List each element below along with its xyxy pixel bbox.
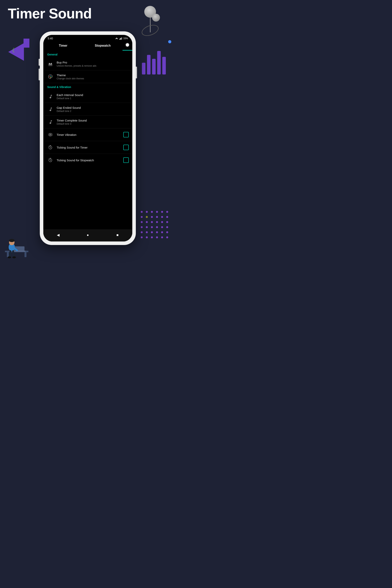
bottom-navigation: ◀ ● ■ xyxy=(43,229,132,242)
svg-point-9 xyxy=(12,256,16,258)
gear-icon xyxy=(125,43,130,47)
timer-clock-icon-1 xyxy=(47,144,54,151)
ticking-sound-timer-text: Ticking Sound for Timer xyxy=(57,146,123,149)
sound-bars-decoration xyxy=(142,51,166,74)
note-icon-1 xyxy=(47,93,54,100)
gap-ended-sound-item[interactable]: Gap Ended Sound Default tone 2 xyxy=(43,103,132,116)
svg-line-28 xyxy=(49,146,49,146)
tab-stopwatch[interactable]: Stopwatch xyxy=(83,44,122,50)
each-interval-sound-text: Each Interval Sound Default tone 1 xyxy=(57,93,129,100)
gap-ended-sound-subtitle: Default tone 2 xyxy=(57,110,129,112)
gap-ended-sound-text: Gap Ended Sound Default tone 2 xyxy=(57,106,129,112)
each-interval-sound-subtitle: Default tone 1 xyxy=(57,97,129,100)
dots-decoration xyxy=(141,211,170,240)
top-navigation: Timer Stopwatch xyxy=(43,41,132,50)
svg-point-15 xyxy=(49,76,50,77)
ticking-sound-stopwatch-checkbox[interactable] xyxy=(123,158,129,163)
phone-screen: 5:40 33% Timer Stopwatch xyxy=(43,35,132,242)
svg-rect-13 xyxy=(121,38,122,40)
svg-point-16 xyxy=(50,76,51,76)
power-button xyxy=(136,67,137,78)
timer-vibration-item[interactable]: Timer Vibration xyxy=(43,128,132,141)
status-icons: 33% xyxy=(115,37,128,40)
vibrate-icon xyxy=(47,131,54,138)
timer-clock-svg-2 xyxy=(48,158,53,162)
svg-line-30 xyxy=(49,159,49,159)
ticking-sound-stopwatch-title: Ticking Sound for Stopwatch xyxy=(57,158,123,162)
speaker-decoration: 《 xyxy=(8,43,32,61)
timer-complete-sound-text: Timer Complete Sound Default tone 3 xyxy=(57,119,129,125)
tab-timer[interactable]: Timer xyxy=(43,44,83,50)
status-time: 5:40 xyxy=(48,37,53,40)
svg-rect-12 xyxy=(120,38,121,40)
svg-rect-2 xyxy=(24,252,26,257)
theme-text: Theme Change clock skin themes xyxy=(57,74,129,80)
blue-dot-decoration xyxy=(168,40,171,43)
settings-gear-tab[interactable] xyxy=(122,43,132,50)
status-bar: 5:40 33% xyxy=(43,35,132,41)
palette-svg xyxy=(48,74,53,79)
svg-rect-14 xyxy=(122,37,122,40)
volume-up-button xyxy=(38,59,40,66)
buy-pro-subtitle: Unlock themes, presets & remove ads xyxy=(57,64,129,67)
timer-complete-sound-item[interactable]: Timer Complete Sound Default tone 3 xyxy=(43,116,132,128)
svg-rect-11 xyxy=(119,39,120,40)
ticking-sound-stopwatch-text: Ticking Sound for Stopwatch xyxy=(57,158,123,162)
settings-content: General Buy Pro Unlock themes, presets &… xyxy=(43,50,132,229)
timer-vibration-checkbox[interactable] xyxy=(123,132,129,138)
svg-point-7 xyxy=(9,239,14,242)
each-interval-sound-title: Each Interval Sound xyxy=(57,93,129,97)
buy-pro-item[interactable]: Buy Pro Unlock themes, presets & remove … xyxy=(43,58,132,70)
home-button[interactable]: ● xyxy=(85,232,91,238)
ticking-sound-timer-title: Ticking Sound for Timer xyxy=(57,146,123,149)
svg-point-8 xyxy=(8,256,11,258)
person-illustration xyxy=(3,233,30,258)
section-sound-header: Sound & Vibration xyxy=(43,83,132,90)
ticking-sound-stopwatch-item[interactable]: Ticking Sound for Stopwatch xyxy=(43,154,132,166)
timer-clock-svg-1 xyxy=(48,145,53,150)
music-note-svg-3 xyxy=(48,120,52,124)
back-button[interactable]: ◀ xyxy=(55,232,61,238)
theme-subtitle: Change clock skin themes xyxy=(57,77,129,80)
palette-icon xyxy=(47,73,54,80)
music-note-svg-1 xyxy=(48,94,52,98)
recents-button[interactable]: ■ xyxy=(114,232,120,238)
svg-rect-1 xyxy=(7,252,9,257)
phone-container: 5:40 33% Timer Stopwatch xyxy=(40,31,136,245)
signal-icon xyxy=(119,37,122,40)
theme-item[interactable]: Theme Change clock skin themes xyxy=(43,70,132,83)
gap-ended-sound-title: Gap Ended Sound xyxy=(57,106,129,109)
volume-down-button xyxy=(38,68,40,80)
music-note-svg-2 xyxy=(48,107,52,111)
timer-clock-icon-2 xyxy=(47,156,54,164)
section-general-header: General xyxy=(43,50,132,58)
timer-vibration-text: Timer Vibration xyxy=(57,133,123,136)
ticking-sound-timer-checkbox[interactable] xyxy=(123,145,129,150)
svg-rect-4 xyxy=(13,251,26,252)
buy-pro-text: Buy Pro Unlock themes, presets & remove … xyxy=(57,61,129,67)
svg-point-17 xyxy=(51,76,52,77)
buy-pro-title: Buy Pro xyxy=(57,61,129,64)
phone-body: 5:40 33% Timer Stopwatch xyxy=(40,31,136,245)
battery-text: 33% xyxy=(123,37,128,40)
vibrate-svg xyxy=(48,132,53,137)
timer-complete-sound-subtitle: Default tone 3 xyxy=(57,122,129,125)
theme-title: Theme xyxy=(57,74,129,77)
page-title: Timer Sound xyxy=(8,6,92,22)
crown-icon xyxy=(47,60,54,68)
svg-rect-20 xyxy=(50,134,51,136)
wifi-icon xyxy=(115,37,118,40)
crown-svg xyxy=(48,62,53,66)
timer-complete-sound-title: Timer Complete Sound xyxy=(57,119,129,122)
each-interval-sound-item[interactable]: Each Interval Sound Default tone 1 xyxy=(43,90,132,103)
ticking-sound-timer-item[interactable]: Ticking Sound for Timer xyxy=(43,141,132,154)
wave-arc-1: 《 xyxy=(9,47,15,53)
note-icon-2 xyxy=(47,106,54,113)
note-icon-3 xyxy=(47,118,54,126)
svg-marker-10 xyxy=(116,38,118,39)
timer-vibration-title: Timer Vibration xyxy=(57,133,123,136)
